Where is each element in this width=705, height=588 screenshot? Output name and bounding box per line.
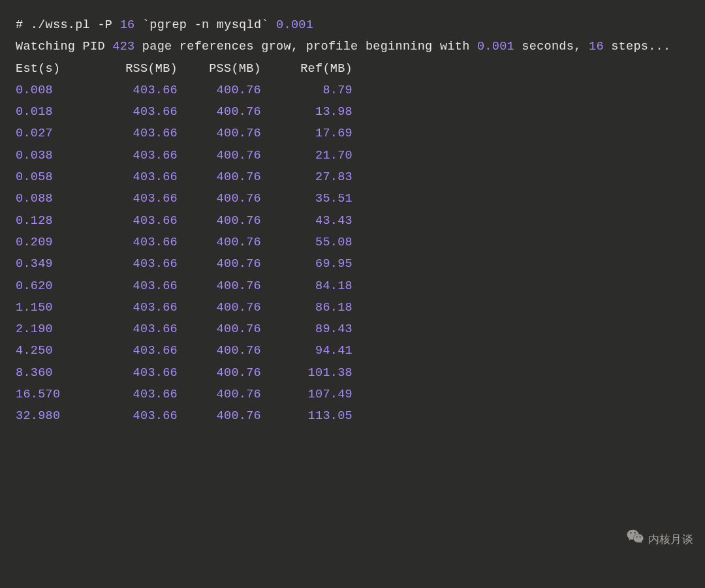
cell-pss: 400.76	[178, 384, 261, 405]
cell-rss: 403.66	[94, 318, 178, 340]
cell-ref: 101.38	[261, 362, 352, 384]
cell-est: 0.128	[16, 210, 94, 232]
status-s3: seconds,	[514, 40, 589, 54]
cell-rss: 403.66	[94, 123, 178, 144]
col-rss: RSS(MB)	[94, 58, 178, 80]
status-line: Watching PID 423 page references grow, p…	[16, 36, 689, 57]
status-steps: 16	[589, 40, 604, 54]
cell-ref: 84.18	[261, 275, 352, 297]
cell-rss: 403.66	[94, 145, 178, 166]
cell-rss: 403.66	[94, 188, 178, 209]
watermark: 内核月谈	[626, 529, 693, 551]
cell-ref: 35.51	[261, 188, 352, 209]
cell-est: 1.150	[16, 297, 94, 318]
cell-ref: 17.69	[261, 123, 352, 144]
cell-rss: 403.66	[94, 253, 178, 275]
cell-ref: 21.70	[261, 145, 352, 166]
cell-pss: 400.76	[178, 101, 261, 123]
cell-pss: 400.76	[178, 340, 261, 362]
cell-ref: 94.41	[261, 340, 352, 362]
cmd-steps: 16	[120, 18, 135, 32]
cell-est: 0.018	[16, 101, 94, 123]
cell-ref: 27.83	[261, 166, 352, 188]
status-interval: 0.001	[477, 40, 514, 54]
command-line: # ./wss.pl -P 16 `pgrep -n mysqld` 0.001	[16, 14, 689, 36]
table-row: 0.209403.66400.7655.08	[16, 232, 689, 253]
cell-ref: 89.43	[261, 318, 352, 340]
cmd-interval: 0.001	[276, 18, 313, 32]
cell-est: 0.038	[16, 145, 94, 166]
cell-pss: 400.76	[178, 405, 261, 427]
status-s4: steps...	[604, 40, 671, 54]
cell-pss: 400.76	[178, 232, 261, 253]
cell-rss: 403.66	[94, 80, 178, 101]
cell-ref: 13.98	[261, 101, 352, 123]
cell-rss: 403.66	[94, 340, 178, 362]
cell-ref: 107.49	[261, 384, 352, 405]
cell-ref: 8.79	[261, 80, 352, 101]
table-row: 0.038403.66400.7621.70	[16, 145, 689, 166]
table-row: 0.058403.66400.7627.83	[16, 166, 689, 188]
cmd-mid: `pgrep -n mysqld`	[134, 18, 276, 32]
cell-pss: 400.76	[178, 166, 261, 188]
col-pss: PSS(MB)	[178, 58, 261, 80]
cell-rss: 403.66	[94, 232, 178, 253]
table-row: 0.027403.66400.7617.69	[16, 123, 689, 144]
cell-rss: 403.66	[94, 362, 178, 384]
cell-est: 0.008	[16, 80, 94, 101]
status-pid: 423	[112, 40, 134, 54]
cell-est: 2.190	[16, 318, 94, 340]
cell-rss: 403.66	[94, 297, 178, 318]
cell-rss: 403.66	[94, 210, 178, 232]
cell-pss: 400.76	[178, 123, 261, 144]
cell-est: 4.250	[16, 340, 94, 362]
table-row: 8.360403.66400.76101.38	[16, 362, 689, 384]
cell-rss: 403.66	[94, 384, 178, 405]
table-row: 0.018403.66400.7613.98	[16, 101, 689, 123]
table-row: 4.250403.66400.7694.41	[16, 340, 689, 362]
table-row: 1.150403.66400.7686.18	[16, 297, 689, 318]
watermark-text: 内核月谈	[648, 530, 693, 550]
cell-rss: 403.66	[94, 405, 178, 427]
cell-pss: 400.76	[178, 318, 261, 340]
cell-rss: 403.66	[94, 166, 178, 188]
table-row: 0.620403.66400.7684.18	[16, 275, 689, 297]
cell-est: 32.980	[16, 405, 94, 427]
status-s1: Watching PID	[16, 40, 112, 54]
col-est: Est(s)	[16, 58, 94, 80]
table-header: Est(s)RSS(MB)PSS(MB)Ref(MB)	[16, 58, 689, 80]
cell-pss: 400.76	[178, 275, 261, 297]
cell-pss: 400.76	[178, 80, 261, 101]
cell-ref: 113.05	[261, 405, 352, 427]
cell-pss: 400.76	[178, 145, 261, 166]
cell-pss: 400.76	[178, 210, 261, 232]
cell-rss: 403.66	[94, 275, 178, 297]
cell-est: 0.088	[16, 188, 94, 209]
table-row: 0.008403.66400.768.79	[16, 80, 689, 101]
cell-est: 16.570	[16, 384, 94, 405]
cell-est: 0.058	[16, 166, 94, 188]
table-body: 0.008403.66400.768.790.018403.66400.7613…	[16, 80, 689, 427]
cell-rss: 403.66	[94, 101, 178, 123]
cell-ref: 69.95	[261, 253, 352, 275]
cell-pss: 400.76	[178, 362, 261, 384]
table-row: 0.128403.66400.7643.43	[16, 210, 689, 232]
cell-ref: 55.08	[261, 232, 352, 253]
cell-est: 0.349	[16, 253, 94, 275]
cell-est: 8.360	[16, 362, 94, 384]
table-row: 16.570403.66400.76107.49	[16, 384, 689, 405]
cmd-prefix: # ./wss.pl -P	[16, 18, 120, 32]
col-ref: Ref(MB)	[261, 58, 352, 80]
cell-ref: 86.18	[261, 297, 352, 318]
wechat-icon	[626, 529, 644, 551]
cell-pss: 400.76	[178, 188, 261, 209]
cell-ref: 43.43	[261, 210, 352, 232]
cell-est: 0.027	[16, 123, 94, 144]
cell-est: 0.209	[16, 232, 94, 253]
table-row: 2.190403.66400.7689.43	[16, 318, 689, 340]
cell-pss: 400.76	[178, 253, 261, 275]
table-row: 0.349403.66400.7669.95	[16, 253, 689, 275]
status-s2: page references grow, profile beginning …	[134, 40, 477, 54]
cell-pss: 400.76	[178, 297, 261, 318]
table-row: 32.980403.66400.76113.05	[16, 405, 689, 427]
